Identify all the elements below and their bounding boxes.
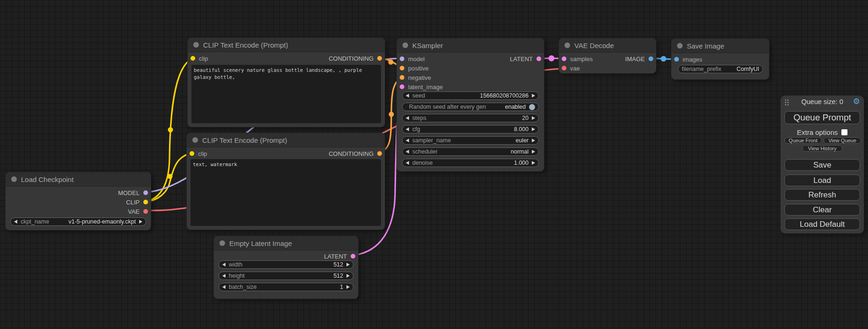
widget-value: 8.000 (514, 126, 529, 133)
decrement-icon[interactable] (222, 263, 226, 266)
conditioning-output-port[interactable] (377, 56, 382, 61)
node-title-bar[interactable]: Empty Latent Image (214, 236, 358, 251)
node-vae-decode[interactable]: VAE Decode samples IMAGE vae (559, 38, 656, 73)
collapse-dot-icon[interactable] (677, 43, 683, 49)
increment-icon[interactable] (346, 274, 350, 278)
prompt-textarea[interactable]: beautiful scenery nature glass bottle la… (191, 65, 381, 123)
node-clip-text-encode-negative[interactable]: CLIP Text Encode (Prompt) clip CONDITION… (187, 133, 385, 230)
sampler-name-widget[interactable]: sampler_name euler (402, 136, 539, 145)
node-ksampler[interactable]: KSampler model LATENT positive negative … (397, 38, 544, 171)
clip-output-port[interactable] (143, 200, 148, 204)
collapse-dot-icon[interactable] (565, 42, 570, 48)
batch-size-widget[interactable]: batch_size 1 (219, 283, 353, 291)
increment-icon[interactable] (346, 285, 350, 289)
node-title-bar[interactable]: CLIP Text Encode (Prompt) (188, 38, 385, 52)
widget-value: 1.000 (514, 160, 529, 166)
node-empty-latent-image[interactable]: Empty Latent Image LATENT width 512 heig… (214, 236, 358, 299)
latent-output-port[interactable] (351, 254, 355, 259)
decrement-icon[interactable] (222, 274, 226, 278)
samples-input-port[interactable] (562, 56, 566, 61)
node-title-bar[interactable]: CLIP Text Encode (Prompt) (187, 133, 385, 147)
denoise-widget[interactable]: denoise 1.000 (402, 159, 539, 167)
ckpt-name-widget[interactable]: ckpt_name v1-5-pruned-emaonly.ckpt (10, 217, 146, 226)
output-label: VAE (128, 208, 140, 215)
widget-label: seed (412, 92, 477, 99)
decrement-icon[interactable] (406, 161, 409, 165)
queue-size-label: Queue size: 0 (781, 98, 864, 105)
widget-label: denoise (412, 160, 511, 166)
queue-prompt-button[interactable]: Queue Prompt (784, 111, 860, 124)
vae-input-port[interactable] (562, 66, 566, 70)
height-widget[interactable]: height 512 (219, 272, 353, 280)
load-button[interactable]: Load (784, 175, 860, 186)
positive-input-port[interactable] (400, 66, 404, 70)
clip-input-port[interactable] (191, 56, 195, 61)
next-value-icon[interactable] (532, 139, 535, 142)
collapse-dot-icon[interactable] (193, 42, 199, 48)
node-title-bar[interactable]: Load Checkpoint (6, 172, 151, 187)
clip-input-port[interactable] (190, 151, 194, 156)
prev-value-icon[interactable] (406, 139, 409, 142)
decrement-icon[interactable] (406, 127, 409, 131)
decrement-icon[interactable] (406, 94, 409, 98)
clear-button[interactable]: Clear (784, 204, 860, 216)
width-widget[interactable]: width 512 (219, 260, 353, 269)
node-clip-text-encode-positive[interactable]: CLIP Text Encode (Prompt) clip CONDITION… (188, 38, 385, 127)
toggle-icon[interactable] (529, 104, 535, 110)
next-value-icon[interactable] (139, 220, 142, 224)
output-label: CLIP (126, 199, 140, 206)
negative-input-port[interactable] (400, 75, 404, 80)
increment-icon[interactable] (532, 161, 535, 165)
image-output-port[interactable] (649, 56, 653, 61)
node-title: CLIP Text Encode (Prompt) (203, 41, 288, 49)
model-input-port[interactable] (400, 56, 404, 61)
queue-front-button[interactable]: Queue Front (784, 137, 822, 144)
collapse-dot-icon[interactable] (11, 176, 17, 182)
input-label: clip (198, 150, 207, 157)
collapse-dot-icon[interactable] (402, 42, 408, 48)
model-output-port[interactable] (143, 190, 148, 195)
images-input-port[interactable] (674, 57, 679, 62)
conditioning-output-port[interactable] (377, 151, 382, 156)
prev-value-icon[interactable] (14, 220, 17, 224)
cfg-widget[interactable]: cfg 8.000 (402, 125, 539, 133)
vae-output-port[interactable] (143, 209, 148, 214)
view-history-button[interactable]: View History (802, 145, 842, 152)
filename-prefix-widget[interactable]: filename_prefix ComfyUI (678, 65, 763, 73)
prompt-textarea[interactable]: text, watermark (191, 159, 381, 226)
node-title-bar[interactable]: VAE Decode (559, 38, 656, 53)
load-default-button[interactable]: Load Default (784, 218, 860, 230)
collapse-dot-icon[interactable] (219, 240, 225, 246)
node-load-checkpoint[interactable]: Load Checkpoint MODEL CLIP VAE ckpt_name… (6, 172, 151, 230)
node-title-bar[interactable]: Save Image (671, 39, 769, 53)
latent-output-port[interactable] (536, 56, 541, 61)
node-title-bar[interactable]: KSampler (397, 38, 544, 53)
refresh-button[interactable]: Refresh (784, 189, 860, 201)
increment-icon[interactable] (532, 127, 535, 131)
settings-gear-icon[interactable]: ⚙ (853, 97, 860, 107)
collapse-dot-icon[interactable] (192, 137, 198, 143)
steps-widget[interactable]: steps 20 (402, 114, 539, 122)
view-queue-button[interactable]: View Queue (824, 137, 861, 144)
decrement-icon[interactable] (406, 116, 409, 120)
widget-value: 512 (333, 261, 343, 268)
latent-image-input-port[interactable] (400, 84, 404, 89)
widget-label: filename_prefix (682, 66, 733, 72)
extra-options-checkbox[interactable] (841, 129, 847, 135)
increment-icon[interactable] (532, 94, 535, 98)
node-save-image[interactable]: Save Image images filename_prefix ComfyU… (671, 39, 769, 79)
next-value-icon[interactable] (532, 150, 535, 154)
node-title: Save Image (687, 42, 724, 50)
save-button[interactable]: Save (784, 159, 860, 171)
prev-value-icon[interactable] (406, 150, 409, 154)
increment-icon[interactable] (532, 116, 535, 120)
seed-widget[interactable]: seed 156680208700286 (402, 91, 539, 100)
wire-midpoint-dot (168, 127, 173, 133)
scheduler-widget[interactable]: scheduler normal (402, 147, 539, 156)
decrement-icon[interactable] (222, 285, 226, 289)
node-title: KSampler (412, 42, 443, 49)
queue-panel[interactable]: Queue size: 0 ⚙ Queue Prompt Extra optio… (781, 96, 864, 233)
node-graph-canvas[interactable]: Load Checkpoint MODEL CLIP VAE ckpt_name… (0, 0, 868, 329)
control-after-generate-widget[interactable]: Random seed after every gen enabled (402, 103, 539, 111)
increment-icon[interactable] (346, 263, 350, 266)
